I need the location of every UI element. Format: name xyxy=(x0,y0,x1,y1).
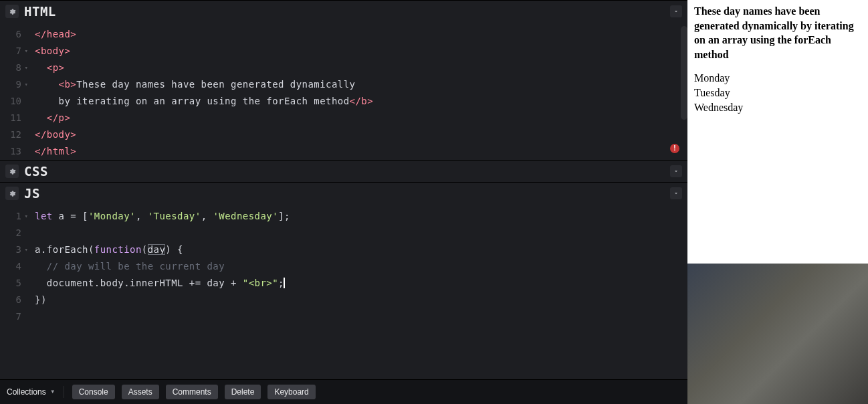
preview-pane: These day names have been generated dyna… xyxy=(687,0,868,264)
code-keyword: let xyxy=(35,211,53,221)
caret-down-icon: ▼ xyxy=(50,389,56,395)
gear-icon[interactable] xyxy=(5,187,19,200)
code-tag: </b> xyxy=(350,96,374,106)
panel-title: HTML xyxy=(24,5,56,18)
scrollbar-thumb[interactable] xyxy=(681,26,687,120)
code-tag: <p> xyxy=(47,62,65,73)
html-code[interactable]: </head> <body> <p> <b>These day names ha… xyxy=(25,22,687,160)
line-num: 7 xyxy=(0,308,21,325)
code-string: 'Monday' xyxy=(88,211,136,221)
line-num: 13 xyxy=(0,143,21,160)
gear-icon[interactable] xyxy=(5,165,19,178)
preview-output-line: Tuesday xyxy=(694,86,861,100)
preview-heading: These day names have been generated dyna… xyxy=(694,5,854,60)
line-num: 2 xyxy=(0,225,21,241)
code-text: These day names have been generated dyna… xyxy=(76,79,355,90)
code-string: 'Tuesday' xyxy=(148,211,201,221)
panel-header-js: JS xyxy=(0,183,687,204)
fold-icon[interactable]: ▾ xyxy=(25,76,28,93)
line-num: 12 xyxy=(0,126,21,143)
chevron-down-icon[interactable] xyxy=(670,5,682,17)
gear-icon[interactable] xyxy=(5,5,19,18)
fold-icon[interactable]: ▾ xyxy=(25,208,28,225)
separator xyxy=(64,386,64,398)
js-code[interactable]: let a = ['Monday', 'Tuesday', 'Wednesday… xyxy=(25,204,687,379)
code-string: "<br>" xyxy=(243,278,278,288)
code-keyword: function xyxy=(94,244,142,255)
line-num: 3▾ xyxy=(0,241,21,258)
comments-button[interactable]: Comments xyxy=(166,385,218,399)
code-comment: // day will be the current day xyxy=(35,261,225,272)
js-editor[interactable]: 1▾ 2 3▾ 4 5 6 7 let a = ['Monday', 'Tues… xyxy=(0,204,687,379)
html-editor[interactable]: 6 7▾ 8▾ 9▾ 10 11 12 13 </head> <body> <p… xyxy=(0,22,687,160)
panel-header-css: CSS xyxy=(0,161,687,182)
line-num: 10 xyxy=(0,93,21,110)
footer-bar: Collections ▼ Console Assets Comments De… xyxy=(0,379,687,404)
html-gutter: 6 7▾ 8▾ 9▾ 10 11 12 13 xyxy=(0,22,25,160)
panel-title: JS xyxy=(24,187,40,200)
code-tag: </p> xyxy=(47,112,71,123)
fold-icon[interactable]: ▾ xyxy=(25,241,28,258)
code-tag: </head> xyxy=(35,29,76,39)
code-tag: <b> xyxy=(59,79,77,90)
console-button[interactable]: Console xyxy=(72,385,115,399)
line-num: 6 xyxy=(0,292,21,308)
line-num: 6 xyxy=(0,26,21,43)
text-cursor xyxy=(284,278,285,288)
line-num: 7▾ xyxy=(0,43,21,60)
line-num: 8▾ xyxy=(0,60,21,76)
fold-icon[interactable]: ▾ xyxy=(25,43,28,60)
error-badge-icon[interactable]: ! xyxy=(670,144,679,153)
line-num: 9▾ xyxy=(0,76,21,93)
js-gutter: 1▾ 2 3▾ 4 5 6 7 xyxy=(0,204,25,379)
line-num: 11 xyxy=(0,110,21,126)
chevron-down-icon[interactable] xyxy=(670,187,682,199)
code-string: 'Wednesday' xyxy=(213,211,278,221)
panel-title: CSS xyxy=(24,165,48,178)
delete-button[interactable]: Delete xyxy=(225,385,261,399)
code-tag: </body> xyxy=(35,129,76,140)
preview-output-line: Wednesday xyxy=(694,100,861,115)
panel-header-html: HTML xyxy=(0,1,687,22)
chevron-down-icon[interactable] xyxy=(670,165,682,177)
keyboard-button[interactable]: Keyboard xyxy=(267,385,315,399)
code-tag: </html> xyxy=(35,146,76,157)
line-num: 5 xyxy=(0,275,21,292)
assets-button[interactable]: Assets xyxy=(122,385,159,399)
select-label: Collections xyxy=(7,388,46,396)
collections-select[interactable]: Collections ▼ xyxy=(7,388,56,396)
code-text: by iterating on an array using the forEa… xyxy=(59,96,350,106)
line-num: 1▾ xyxy=(0,208,21,225)
webcam-overlay xyxy=(687,264,868,404)
fold-icon[interactable]: ▾ xyxy=(25,60,28,76)
line-num: 4 xyxy=(0,258,21,275)
code-arg-selected: day xyxy=(148,244,166,255)
preview-output-line: Monday xyxy=(694,71,861,86)
code-tag: <body> xyxy=(35,45,70,56)
